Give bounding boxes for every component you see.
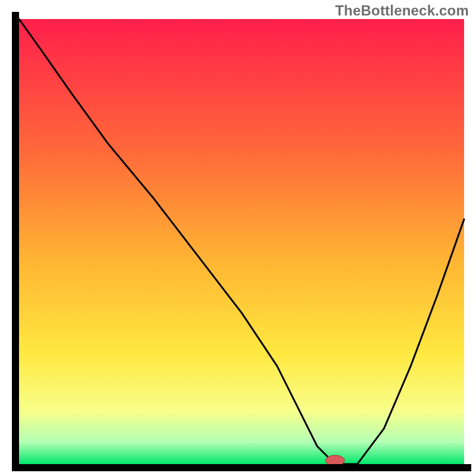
watermark-text: TheBottleneck.com: [335, 2, 469, 19]
chart-frame-left: [12, 12, 19, 471]
chart-container: { "watermark": "TheBottleneck.com", "col…: [0, 0, 476, 476]
chart-frame-bottom: [12, 464, 471, 471]
bottleneck-chart: [0, 0, 476, 476]
